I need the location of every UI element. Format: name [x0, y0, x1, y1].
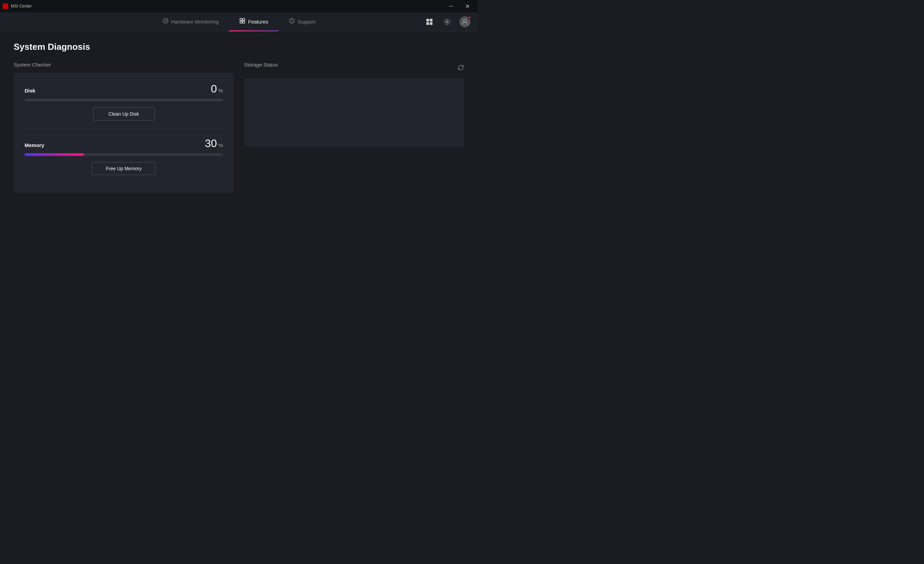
minimize-button[interactable]: ─ — [443, 0, 459, 12]
tab-support[interactable]: Support — [279, 12, 326, 31]
nav-right-controls — [423, 16, 471, 28]
page-title: System Diagnosis — [14, 42, 464, 52]
support-icon — [289, 18, 295, 25]
svg-point-10 — [446, 21, 448, 23]
disk-label: Disk — [25, 88, 36, 93]
tab-features[interactable]: Features — [229, 12, 279, 31]
memory-metric-row: Memory 30 % Free Up Memory — [25, 137, 223, 175]
disk-value: 0 — [211, 82, 217, 95]
title-bar-left: MSI Center — [3, 3, 32, 9]
metric-separator — [25, 129, 223, 129]
app-icon — [3, 3, 8, 9]
hardware-monitoring-icon — [162, 18, 169, 25]
title-bar: MSI Center ─ ✕ — [0, 0, 478, 12]
svg-rect-6 — [426, 19, 429, 21]
memory-metric-header: Memory 30 % — [25, 137, 223, 150]
svg-rect-7 — [430, 19, 432, 21]
close-button[interactable]: ✕ — [459, 0, 475, 12]
tab-support-label: Support — [298, 19, 316, 25]
minimize-icon: ─ — [449, 3, 453, 9]
window-controls: ─ ✕ — [443, 0, 475, 12]
tab-hardware-monitoring-label: Hardware Monitoring — [171, 19, 219, 25]
svg-rect-3 — [240, 21, 242, 23]
content-grid: System Checker Disk 0 % Clean Up Disk — [14, 62, 464, 193]
storage-status-title: Storage Status — [244, 62, 278, 67]
storage-refresh-button[interactable] — [458, 64, 464, 71]
notification-dot — [468, 16, 471, 19]
system-checker-title: System Checker — [14, 62, 234, 67]
svg-rect-1 — [240, 18, 242, 21]
svg-rect-9 — [430, 22, 432, 25]
memory-unit: % — [219, 142, 223, 148]
memory-value-group: 30 % — [205, 137, 223, 150]
free-up-memory-button[interactable]: Free Up Memory — [92, 162, 156, 175]
clean-up-disk-button[interactable]: Clean Up Disk — [93, 108, 154, 120]
svg-rect-2 — [243, 18, 245, 21]
storage-header: Storage Status — [244, 62, 464, 73]
disk-progress-track — [25, 99, 223, 101]
memory-label: Memory — [25, 142, 44, 148]
disk-value-group: 0 % — [211, 82, 223, 95]
nav-bar: Hardware Monitoring Features — [0, 12, 478, 31]
svg-rect-4 — [243, 21, 245, 23]
memory-progress-fill — [25, 153, 84, 156]
disk-metric-header: Disk 0 % — [25, 82, 223, 95]
disk-metric-row: Disk 0 % Clean Up Disk — [25, 82, 223, 120]
storage-status-card — [244, 78, 464, 147]
svg-rect-8 — [426, 22, 429, 25]
main-content: System Diagnosis System Checker Disk 0 % — [0, 31, 478, 291]
tab-features-label: Features — [248, 19, 268, 25]
features-icon — [239, 18, 245, 25]
svg-point-11 — [464, 19, 466, 22]
storage-status-section: Storage Status — [244, 62, 464, 193]
tab-hardware-monitoring[interactable]: Hardware Monitoring — [152, 12, 229, 31]
user-avatar-button[interactable] — [459, 16, 471, 28]
disk-unit: % — [219, 88, 223, 93]
grid-view-button[interactable] — [423, 16, 435, 28]
memory-progress-track — [25, 153, 223, 156]
settings-button[interactable] — [441, 16, 453, 28]
system-checker-card: Disk 0 % Clean Up Disk Memory — [14, 73, 234, 193]
close-icon: ✕ — [465, 3, 470, 9]
memory-value: 30 — [205, 137, 217, 150]
nav-tabs: Hardware Monitoring Features — [7, 12, 471, 31]
system-checker-section: System Checker Disk 0 % Clean Up Disk — [14, 62, 234, 193]
window-title: MSI Center — [11, 4, 32, 9]
